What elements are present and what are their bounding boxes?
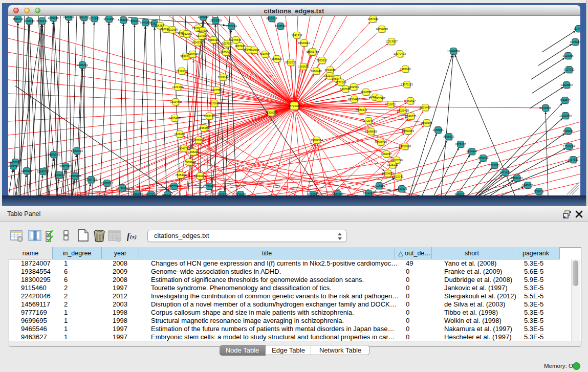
svg-text:2522141: 2522141 [393, 175, 404, 178]
svg-text:7386372: 7386372 [357, 108, 367, 112]
svg-text:1549575: 1549575 [406, 115, 417, 118]
svg-text:1527602: 1527602 [63, 16, 74, 18]
svg-text:1244415: 1244415 [560, 99, 571, 102]
svg-text:17359924: 17359924 [71, 149, 83, 152]
svg-text:9245652: 9245652 [522, 184, 533, 187]
svg-text:25300273: 25300273 [265, 111, 277, 114]
svg-text:1935359: 1935359 [199, 126, 209, 129]
svg-text:7136648: 7136648 [235, 193, 246, 195]
svg-text:8912954: 8912954 [167, 28, 178, 31]
svg-text:2087682: 2087682 [368, 17, 379, 20]
svg-text:10025438: 10025438 [397, 109, 409, 112]
svg-text:9472215: 9472215 [146, 193, 157, 195]
svg-text:9474444: 9474444 [467, 150, 477, 153]
svg-text:8990448: 8990448 [311, 70, 322, 73]
svg-text:(x): (x) [130, 233, 137, 240]
svg-text:9084067: 9084067 [381, 152, 392, 156]
svg-text:1042612: 1042612 [217, 193, 228, 195]
svg-text:9024502: 9024502 [333, 192, 343, 195]
svg-text:1167531: 1167531 [568, 158, 579, 161]
svg-text:15716485: 15716485 [203, 185, 215, 188]
svg-text:4170041: 4170041 [209, 102, 220, 105]
svg-text:18807249: 18807249 [375, 141, 387, 144]
svg-text:1362615: 1362615 [298, 65, 309, 68]
svg-text:17016504: 17016504 [563, 145, 575, 148]
svg-text:9777169: 9777169 [336, 81, 346, 84]
svg-text:7857224: 7857224 [226, 25, 237, 28]
svg-text:9671355: 9671355 [104, 17, 115, 20]
svg-text:16033809: 16033809 [209, 19, 222, 22]
svg-text:3875645: 3875645 [221, 51, 231, 54]
svg-text:18724007: 18724007 [288, 104, 300, 107]
svg-text:3215955: 3215955 [540, 106, 551, 110]
svg-text:8938913: 8938913 [444, 135, 454, 138]
svg-text:1145194: 1145194 [54, 173, 65, 177]
svg-text:8878332: 8878332 [193, 139, 204, 142]
svg-text:1117403: 1117403 [574, 27, 580, 30]
svg-text:14914479: 14914479 [194, 174, 206, 178]
svg-text:17957225: 17957225 [85, 178, 97, 181]
svg-text:2069140: 2069140 [24, 19, 35, 23]
svg-text:39975887: 39975887 [59, 165, 72, 168]
svg-text:1498222: 1498222 [188, 150, 199, 154]
svg-text:10654112: 10654112 [511, 177, 523, 180]
svg-text:15720407: 15720407 [362, 119, 375, 122]
svg-text:8912951: 8912951 [182, 32, 192, 35]
svg-text:10688609: 10688609 [365, 130, 377, 133]
svg-text:16961758: 16961758 [307, 50, 319, 53]
svg-text:12942757: 12942757 [37, 170, 49, 173]
svg-text:18640910: 18640910 [298, 41, 310, 45]
svg-text:1221336: 1221336 [172, 85, 183, 89]
svg-text:2005334: 2005334 [77, 63, 88, 67]
svg-text:4685061: 4685061 [10, 161, 21, 164]
svg-text:8267130: 8267130 [204, 115, 215, 118]
svg-text:9218506: 9218506 [275, 25, 286, 28]
svg-text:12505135: 12505135 [69, 174, 81, 178]
svg-text:8366411: 8366411 [162, 193, 173, 195]
svg-text:16120746: 16120746 [390, 159, 403, 162]
svg-text:1071915: 1071915 [89, 17, 100, 20]
svg-text:6879197: 6879197 [455, 143, 466, 146]
svg-text:1965493: 1965493 [169, 117, 180, 120]
svg-text:1640954: 1640954 [433, 128, 444, 132]
svg-text:1733426: 1733426 [397, 187, 407, 190]
svg-text:16543362: 16543362 [191, 41, 204, 44]
svg-text:9327503: 9327503 [222, 42, 233, 45]
svg-text:16154838: 16154838 [376, 28, 388, 31]
svg-text:15909948: 15909948 [183, 161, 195, 164]
svg-text:16782759: 16782759 [116, 186, 128, 189]
svg-text:10807487: 10807487 [373, 97, 385, 100]
svg-text:8461161: 8461161 [79, 16, 90, 19]
svg-text:9227342: 9227342 [564, 68, 575, 71]
svg-text:1065326: 1065326 [48, 16, 59, 19]
svg-text:9246811: 9246811 [249, 49, 260, 52]
svg-text:5155246: 5155246 [118, 18, 129, 21]
svg-text:2803144: 2803144 [218, 76, 229, 79]
svg-text:8813054: 8813054 [267, 17, 277, 20]
svg-text:10046743: 10046743 [178, 147, 190, 150]
svg-text:1588520: 1588520 [272, 57, 282, 60]
svg-text:8471676: 8471676 [500, 171, 511, 174]
svg-text:9457791: 9457791 [169, 185, 180, 188]
svg-text:1541319: 1541319 [292, 34, 302, 37]
svg-text:4055724: 4055724 [13, 17, 24, 20]
svg-text:9115460: 9115460 [420, 106, 431, 109]
svg-text:9146821: 9146821 [260, 53, 271, 56]
svg-text:1603380: 1603380 [198, 16, 209, 18]
svg-text:10973493: 10973493 [394, 52, 406, 55]
svg-text:10958117: 10958117 [101, 182, 113, 185]
svg-text:7485063: 7485063 [400, 68, 411, 71]
svg-text:23420046: 23420046 [186, 53, 199, 56]
svg-text:6899695: 6899695 [422, 121, 432, 124]
svg-text:7663811: 7663811 [129, 19, 140, 23]
svg-text:7632621: 7632621 [489, 164, 500, 167]
svg-text:21364436: 21364436 [348, 98, 360, 101]
svg-text:9728011: 9728011 [534, 190, 545, 193]
svg-text:12975115: 12975115 [401, 83, 413, 86]
svg-text:20206533: 20206533 [48, 153, 60, 156]
svg-text:1916682: 1916682 [175, 133, 185, 136]
svg-text:8704459: 8704459 [363, 192, 374, 195]
svg-text:19654923: 19654923 [402, 129, 414, 133]
svg-text:3624554: 3624554 [361, 91, 372, 94]
svg-text:1275546: 1275546 [231, 38, 242, 41]
